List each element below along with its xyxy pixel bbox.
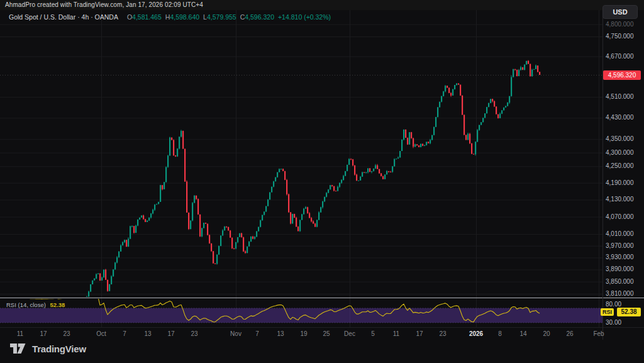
tradingview-logo[interactable]: TradingView xyxy=(10,343,86,354)
symbol-title[interactable]: Gold Spot / U.S. Dollar · 4h · OANDA xyxy=(9,13,118,21)
ohlc-values: O4,581.465H4,598.640L4,579.955C4,596.320 xyxy=(123,13,274,21)
price-tick-label: 4,190.000 xyxy=(606,179,634,186)
time-tick-label: 25 xyxy=(323,330,330,337)
time-tick-label: Feb xyxy=(593,330,604,337)
time-tick-label: Nov xyxy=(230,330,242,337)
price-tick-label: 4,350.000 xyxy=(606,135,634,142)
ohlc-value-C: 4,596.320 xyxy=(245,13,274,21)
ohlc-value-L: 4,579.955 xyxy=(207,13,236,21)
rsi-band xyxy=(0,308,602,323)
rsi-title: RSI xyxy=(6,301,16,308)
price-tick-label: 3,970.000 xyxy=(606,242,634,249)
tradingview-snapshot: AhmadPro created with TradingView.com, J… xyxy=(0,0,644,363)
rsi-scale-label: 80.00 xyxy=(606,301,621,308)
time-tick-label: 13 xyxy=(277,330,284,337)
rsi-source-badge: RSI xyxy=(601,308,614,316)
price-tick-label: 4,670.000 xyxy=(606,53,634,60)
change-value: +14.810 (+0.32%) xyxy=(278,13,331,21)
price-tick-label: 4,010.000 xyxy=(606,230,634,237)
price-tick-label: 4,300.000 xyxy=(606,149,634,156)
time-tick-label: 11 xyxy=(393,330,399,337)
price-tick-label: 4,430.000 xyxy=(606,114,634,121)
ohlc-value-H: 4,598.640 xyxy=(170,13,199,21)
time-tick-label: 20 xyxy=(543,330,550,337)
currency-button[interactable]: USD xyxy=(602,5,638,19)
time-tick-label: 13 xyxy=(144,330,151,337)
time-tick-label: 17 xyxy=(40,330,47,337)
time-tick-label: 14 xyxy=(519,330,526,337)
time-tick-label: 23 xyxy=(439,330,446,337)
time-tick-label: 23 xyxy=(191,330,197,337)
rsi-legend[interactable]: RSI (14, close) 52.38 xyxy=(6,301,65,308)
time-tick-label: 2026 xyxy=(469,330,483,337)
time-tick-label: 7 xyxy=(123,330,126,337)
price-tick-label: 4,250.000 xyxy=(606,162,634,169)
tradingview-logo-text: TradingView xyxy=(32,343,86,354)
time-tick-label: Dec xyxy=(344,330,355,337)
price-tick-label: 4,750.000 xyxy=(606,33,634,40)
rsi-scale-label: 30.00 xyxy=(606,319,621,326)
pane-borders xyxy=(0,10,644,340)
price-tick-label: 3,810.000 xyxy=(606,290,634,297)
time-tick-label: 26 xyxy=(566,330,573,337)
price-tick-label: 4,510.000 xyxy=(606,93,634,100)
time-tick-label: 17 xyxy=(416,330,423,337)
time-tick-label: 5 xyxy=(371,330,375,337)
price-tick-label: 4,130.000 xyxy=(606,196,634,203)
price-tick-label: 3,850.000 xyxy=(606,278,634,285)
rsi-params: (14, close) xyxy=(18,301,45,308)
rsi-value-badge: 52.38 xyxy=(617,308,641,316)
symbol-legend: Gold Spot / U.S. Dollar · 4h · OANDAO4,5… xyxy=(9,13,331,21)
time-tick-label: 23 xyxy=(63,330,70,337)
ohlc-value-O: 4,581.465 xyxy=(132,13,162,21)
ohlc-key-O: O xyxy=(127,13,132,21)
time-tick-label: 8 xyxy=(498,330,502,337)
time-tick-label: Oct xyxy=(96,330,106,337)
rsi-value: 52.38 xyxy=(50,301,65,308)
time-tick-label: 11 xyxy=(17,330,23,337)
gridlines xyxy=(0,10,602,327)
time-tick-label: 7 xyxy=(255,330,259,337)
price-tick-label: 3,890.000 xyxy=(606,265,634,272)
time-tick-label: 19 xyxy=(300,330,307,337)
tradingview-logo-icon xyxy=(10,343,27,354)
time-tick-label: 17 xyxy=(167,330,174,337)
price-tick-label: 3,930.000 xyxy=(606,254,634,260)
price-tick-label: 4,800.000 xyxy=(606,21,634,28)
chart-canvas[interactable] xyxy=(0,0,644,363)
price-tick-label: 4,070.000 xyxy=(606,213,634,220)
last-price-badge: 4,596.320 xyxy=(603,70,641,80)
